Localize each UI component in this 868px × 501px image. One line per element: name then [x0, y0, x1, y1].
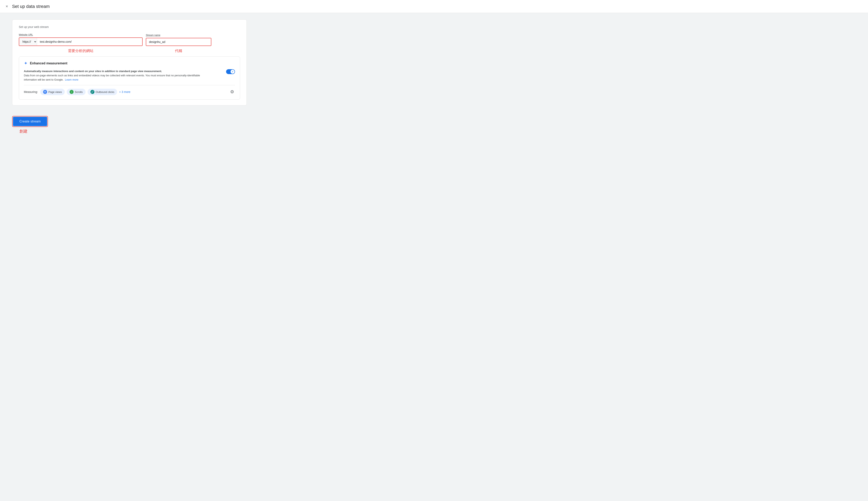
enhanced-body: Automatically measure interactions and c… — [24, 69, 235, 82]
chip-outbound: 🔗 Outbound clicks — [88, 89, 117, 95]
stream-name-label: Stream name — [146, 34, 211, 36]
create-btn-wrapper: Create stream — [12, 116, 48, 127]
enhanced-icon: ✦ — [24, 61, 28, 66]
stream-name-wrapper — [146, 38, 211, 46]
chip-label-page-views: Page views — [48, 90, 62, 94]
close-icon: × — [6, 4, 8, 9]
learn-more-link[interactable]: Learn more — [65, 78, 78, 81]
toggle-switch[interactable]: ✓ — [226, 69, 235, 74]
close-button[interactable]: × — [5, 3, 9, 10]
chip-scrolls: ↕ Scrolls — [67, 89, 86, 95]
enhanced-title: Enhanced measurement — [30, 62, 67, 65]
enhanced-description-rest: Data from on-page elements such as links… — [24, 74, 200, 81]
create-btn-outer: Create stream 創建 — [12, 116, 48, 134]
fields-row: Website URL https:// http:// 需要分析的網站 Str… — [19, 33, 240, 53]
stream-annotation: 代稱 — [146, 49, 211, 53]
page-content: Set up your web stream Website URL https… — [0, 13, 868, 140]
toggle-check-icon: ✓ — [232, 70, 233, 73]
settings-button[interactable]: ⚙ — [229, 88, 235, 95]
url-annotation: 需要分析的網站 — [19, 49, 143, 53]
chip-icon-outbound: 🔗 — [90, 90, 95, 94]
bottom-section: Create stream 創建 — [12, 110, 856, 134]
stream-name-field-group: Stream name 代稱 — [146, 34, 211, 53]
more-chip[interactable]: + 3 more — [119, 90, 130, 94]
enhanced-description: Automatically measure interactions and c… — [24, 69, 206, 82]
chip-icon-scrolls: ↕ — [69, 90, 74, 94]
page-header: × Set up data stream — [0, 0, 868, 13]
create-stream-button[interactable]: Create stream — [13, 117, 47, 126]
chip-label-scrolls: Scrolls — [75, 90, 83, 94]
toggle-track: ✓ — [226, 69, 235, 74]
main-card: Set up your web stream Website URL https… — [12, 19, 247, 105]
protocol-select[interactable]: https:// http:// — [19, 38, 37, 45]
toggle-container[interactable]: ✓ — [226, 69, 235, 74]
enhanced-section: ✦ Enhanced measurement Automatically mea… — [19, 56, 240, 99]
url-field-group: Website URL https:// http:// 需要分析的網站 — [19, 33, 143, 53]
measuring-label: Measuring: — [24, 90, 38, 94]
toggle-thumb: ✓ — [231, 70, 234, 74]
page-title: Set up data stream — [12, 4, 50, 9]
chip-label-outbound: Outbound clicks — [96, 90, 114, 94]
measuring-chips: 👁 Page views ↕ Scrolls 🔗 Outbound clicks… — [40, 89, 227, 95]
enhanced-description-bold: Automatically measure interactions and c… — [24, 70, 162, 73]
create-annotation: 創建 — [19, 129, 48, 134]
card-section-title: Set up your web stream — [19, 25, 240, 29]
enhanced-header: ✦ Enhanced measurement — [24, 61, 235, 66]
url-input[interactable] — [37, 38, 142, 45]
stream-name-input[interactable] — [146, 38, 211, 45]
url-input-wrapper: https:// http:// — [19, 38, 143, 46]
chip-page-views: 👁 Page views — [40, 89, 65, 95]
measuring-row: Measuring: 👁 Page views ↕ Scrolls 🔗 Outb… — [24, 85, 235, 95]
url-label: Website URL — [19, 33, 143, 36]
chip-icon-page-views: 👁 — [43, 90, 47, 94]
